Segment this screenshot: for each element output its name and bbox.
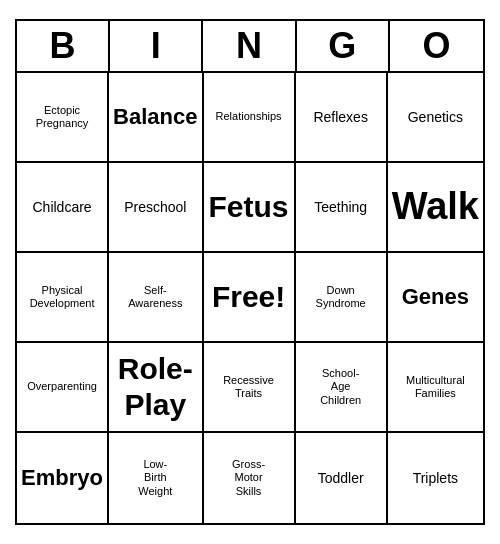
bingo-cell: DownSyndrome [296, 253, 388, 343]
bingo-cell: Embryo [17, 433, 109, 523]
bingo-cell: Self-Awareness [109, 253, 203, 343]
header-letter: I [110, 21, 203, 71]
bingo-cell: MulticulturalFamilies [388, 343, 483, 433]
bingo-card: BINGO EctopicPregnancyBalanceRelationshi… [15, 19, 485, 525]
bingo-cell: Low-BirthWeight [109, 433, 203, 523]
bingo-cell: Fetus [204, 163, 296, 253]
bingo-cell: Reflexes [296, 73, 388, 163]
bingo-cell: Balance [109, 73, 203, 163]
bingo-cell: Toddler [296, 433, 388, 523]
bingo-cell: Gross-MotorSkills [204, 433, 296, 523]
bingo-cell: Triplets [388, 433, 483, 523]
bingo-cell: PhysicalDevelopment [17, 253, 109, 343]
header-letter: O [390, 21, 483, 71]
bingo-cell: Free! [204, 253, 296, 343]
bingo-cell: Genetics [388, 73, 483, 163]
header-letter: N [203, 21, 296, 71]
bingo-cell: RecessiveTraits [204, 343, 296, 433]
bingo-cell: Genes [388, 253, 483, 343]
bingo-cell: Role-Play [109, 343, 203, 433]
bingo-grid: EctopicPregnancyBalanceRelationshipsRefl… [17, 73, 483, 523]
bingo-cell: Overparenting [17, 343, 109, 433]
bingo-header: BINGO [17, 21, 483, 73]
bingo-cell: School-AgeChildren [296, 343, 388, 433]
bingo-cell: Teething [296, 163, 388, 253]
bingo-cell: Relationships [204, 73, 296, 163]
bingo-cell: Walk [388, 163, 483, 253]
header-letter: B [17, 21, 110, 71]
bingo-cell: Childcare [17, 163, 109, 253]
bingo-cell: EctopicPregnancy [17, 73, 109, 163]
bingo-cell: Preschool [109, 163, 203, 253]
header-letter: G [297, 21, 390, 71]
